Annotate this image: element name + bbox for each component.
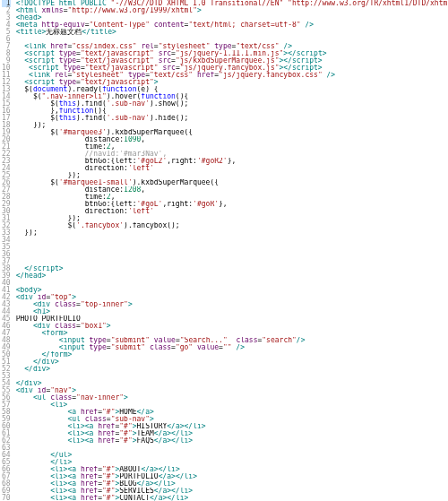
code-line[interactable] (16, 244, 448, 251)
code-line[interactable] (16, 36, 448, 43)
code-line[interactable]: }); (16, 122, 448, 129)
code-line[interactable]: <ul class="sub-nav"> (16, 416, 448, 423)
code-line[interactable] (16, 237, 448, 244)
code-line[interactable] (16, 251, 448, 258)
code-line[interactable]: direction:'left' (16, 208, 448, 215)
code-line[interactable]: <title>无标题文档</title> (16, 29, 448, 36)
code-line[interactable]: $(this).find('.sub-nav').hide(); (16, 115, 448, 122)
code-line[interactable]: <li><a href="#">FAQS</a></li> (16, 437, 448, 445)
code-line[interactable]: <html xmlns="http://www.w3.org/1999/xhtm… (16, 7, 448, 14)
code-line[interactable]: PHOTO PORTFOLIO (16, 315, 448, 323)
code-line[interactable]: <script type="text/javascript" src="js/k… (16, 57, 448, 65)
code-line[interactable]: $('#marquee1-small').kxbdSuperMarquee({ (16, 179, 448, 186)
line-number[interactable]: 70 (2, 495, 11, 501)
code-line[interactable]: <li><a href="#">CONTACT</a></li> (16, 495, 448, 501)
code-line[interactable]: <li><a href="#">SERVICES</a></li> (16, 488, 448, 495)
line-number-gutter[interactable]: 1234567891011121314151617181920212223242… (0, 0, 14, 501)
code-line[interactable]: <div class="box1"> (16, 323, 448, 330)
code-line[interactable]: <li> (16, 402, 448, 409)
code-line[interactable]: <li><a href="#">ABOUT</a></li> (16, 466, 448, 473)
code-line[interactable]: distance:1090, (16, 136, 448, 143)
code-line[interactable]: btnGo:{left:'#goL2',right:'#goR2'}, (16, 158, 448, 165)
code-line[interactable]: },function(){ (16, 108, 448, 115)
code-line[interactable]: distance:1208, (16, 186, 448, 194)
code-line[interactable]: <a href="#">HOME</a> (16, 409, 448, 416)
code-line[interactable]: <div class="top-inner"> (16, 301, 448, 308)
code-line[interactable]: <ul class="nav-inner"> (16, 394, 448, 402)
code-line[interactable]: <li><a href="#">BLOG</a></li> (16, 480, 448, 488)
code-line[interactable]: //navId:'#mar3Nav', (16, 151, 448, 158)
code-line[interactable]: $('.fancybox').fancybox(); (16, 222, 448, 229)
code-line[interactable]: </div> (16, 366, 448, 373)
code-line[interactable]: </li> (16, 459, 448, 466)
code-line[interactable]: <div id="top"> (16, 294, 448, 301)
code-line[interactable]: </div> (16, 358, 448, 366)
code-line[interactable]: <body> (16, 287, 448, 294)
code-line[interactable]: <!DOCTYPE html PUBLIC "-//W3C//DTD XHTML… (16, 0, 448, 7)
code-line[interactable] (16, 258, 448, 265)
code-line[interactable]: $(this).find('.sub-nav').show(); (16, 100, 448, 108)
code-line[interactable]: time:2, (16, 194, 448, 201)
code-line[interactable]: </form> (16, 351, 448, 358)
code-line[interactable]: <div id="nav"> (16, 387, 448, 394)
code-line[interactable]: <head> (16, 14, 448, 22)
code-line[interactable]: }); (16, 172, 448, 179)
code-line[interactable]: <form> (16, 330, 448, 337)
code-line[interactable]: <li><a href="#">HISTORY</a></li> (16, 423, 448, 430)
code-line[interactable]: }); (16, 229, 448, 237)
code-line[interactable]: <h1> (16, 308, 448, 315)
code-line[interactable]: direction:'left' (16, 165, 448, 172)
code-line[interactable] (16, 373, 448, 380)
code-line[interactable]: <li><a href="#">TEAM</a></li> (16, 430, 448, 437)
code-line[interactable]: <link rel="stylesheet" type="text/css" h… (16, 72, 448, 79)
code-line[interactable]: <script type="text/javascript" src="js/j… (16, 65, 448, 72)
code-line[interactable]: <li><a href="#">PORTFOLIO</a></li> (16, 473, 448, 480)
code-line[interactable]: }); (16, 215, 448, 222)
code-line[interactable]: </div> (16, 380, 448, 387)
code-line[interactable]: $(document).ready(function(e) { (16, 86, 448, 93)
code-line[interactable]: <link href="css/index.css" rel="styleshe… (16, 43, 448, 50)
code-line[interactable]: <script type="text/javascript" src="js/j… (16, 50, 448, 57)
code-editor: 1234567891011121314151617181920212223242… (0, 0, 448, 501)
code-line[interactable]: </script> (16, 265, 448, 272)
code-line[interactable]: $(".nav-inner>li").hover(function(){ (16, 93, 448, 100)
code-area[interactable]: <!DOCTYPE html PUBLIC "-//W3C//DTD XHTML… (14, 0, 448, 501)
code-line[interactable]: <input type="submint" value="Search..." … (16, 337, 448, 344)
code-line[interactable]: <meta http-equiv="Content-Type" content=… (16, 22, 448, 29)
code-line[interactable]: </head> (16, 272, 448, 280)
code-line[interactable] (16, 445, 448, 452)
code-line[interactable]: $('#marquee3').kxbdSuperMarquee({ (16, 129, 448, 136)
code-line[interactable]: time:2, (16, 143, 448, 151)
code-line[interactable] (16, 280, 448, 287)
code-line[interactable]: btnGo:{left:'#goL',right:'#goR'}, (16, 201, 448, 208)
code-line[interactable]: <input type="submit" class="go" value=""… (16, 344, 448, 351)
code-line[interactable]: <script type="text/javascript"> (16, 79, 448, 86)
code-line[interactable]: </ul> (16, 452, 448, 459)
